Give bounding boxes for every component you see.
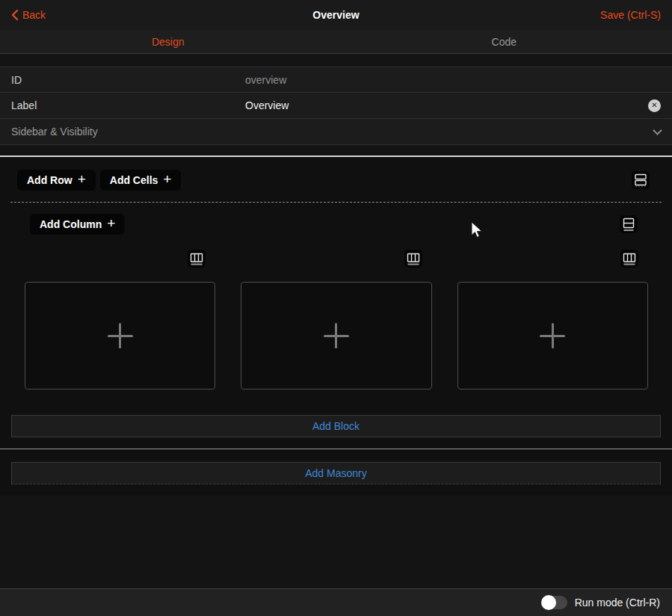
add-row-label: Add Row bbox=[27, 174, 73, 186]
plus-icon bbox=[324, 323, 349, 348]
run-mode-label: Run mode (Ctrl-R) bbox=[575, 597, 660, 609]
columns-icon bbox=[190, 252, 203, 265]
row-divider bbox=[0, 449, 672, 449]
tab-code[interactable]: Code bbox=[336, 30, 672, 53]
column-icon-cell bbox=[241, 250, 431, 268]
form-row-id: ID overview bbox=[0, 67, 672, 93]
columns-icon bbox=[407, 252, 420, 265]
add-column-button[interactable]: Add Column + bbox=[30, 214, 125, 235]
sidebar-visibility-section[interactable]: Sidebar & Visibility bbox=[0, 119, 672, 145]
add-cells-label: Add Cells bbox=[110, 174, 158, 186]
rows-layout-icon-button[interactable] bbox=[632, 171, 650, 189]
column-icons-row bbox=[10, 250, 662, 268]
add-cells-button[interactable]: Add Cells + bbox=[100, 170, 182, 191]
back-label: Back bbox=[22, 9, 46, 21]
run-mode-toggle[interactable] bbox=[542, 596, 567, 609]
back-button[interactable]: Back bbox=[11, 9, 46, 21]
tab-bar: Design Code bbox=[0, 30, 672, 54]
page-editor: Back Overview Save (Ctrl-S) Design Code … bbox=[0, 0, 672, 616]
layout-editor: Add Row + Add Cells + Ad bbox=[0, 157, 672, 496]
cell-placeholders bbox=[10, 282, 662, 389]
cell-placeholder-2[interactable] bbox=[241, 282, 431, 389]
row-container: Add Column + bbox=[10, 202, 662, 437]
chevron-left-icon bbox=[11, 9, 19, 21]
footer-bar: Run mode (Ctrl-R) bbox=[0, 588, 672, 616]
row-split-icon bbox=[622, 218, 635, 231]
rows-icon bbox=[634, 173, 647, 187]
page-properties-form: ID overview Label Overview ✕ Sidebar & V… bbox=[0, 54, 672, 145]
column-toolbar: Add Column + bbox=[10, 203, 662, 235]
columns-icon bbox=[623, 252, 636, 265]
label-label: Label bbox=[11, 99, 245, 111]
plus-icon bbox=[540, 323, 565, 348]
columns-icon-button[interactable] bbox=[620, 250, 638, 268]
form-row-label: Label Overview ✕ bbox=[0, 93, 672, 119]
tab-design[interactable]: Design bbox=[0, 30, 336, 53]
add-masonry-button[interactable]: Add Masonry bbox=[11, 462, 661, 484]
column-icon-cell bbox=[25, 250, 215, 268]
columns-icon-button[interactable] bbox=[404, 250, 422, 268]
id-label: ID bbox=[11, 74, 245, 86]
cell-placeholder-1[interactable] bbox=[25, 282, 215, 389]
page-title: Overview bbox=[312, 9, 359, 21]
label-input[interactable]: Overview bbox=[245, 99, 648, 111]
toggle-knob bbox=[541, 595, 556, 610]
add-column-label: Add Column bbox=[40, 218, 102, 230]
add-block-button[interactable]: Add Block bbox=[11, 415, 661, 437]
add-row-button[interactable]: Add Row + bbox=[17, 170, 96, 191]
clear-icon[interactable]: ✕ bbox=[648, 99, 661, 112]
save-button[interactable]: Save (Ctrl-S) bbox=[600, 9, 661, 21]
row-split-icon-button[interactable] bbox=[620, 215, 638, 233]
sidebar-visibility-label: Sidebar & Visibility bbox=[11, 126, 98, 138]
top-bar: Back Overview Save (Ctrl-S) bbox=[0, 0, 672, 30]
plus-icon bbox=[108, 323, 133, 348]
id-value: overview bbox=[245, 74, 661, 86]
row-toolbar: Add Row + Add Cells + bbox=[0, 157, 672, 191]
column-icon-cell bbox=[457, 250, 648, 268]
columns-icon-button[interactable] bbox=[188, 250, 206, 268]
cell-placeholder-3[interactable] bbox=[457, 282, 648, 389]
chevron-down-icon bbox=[653, 126, 662, 135]
